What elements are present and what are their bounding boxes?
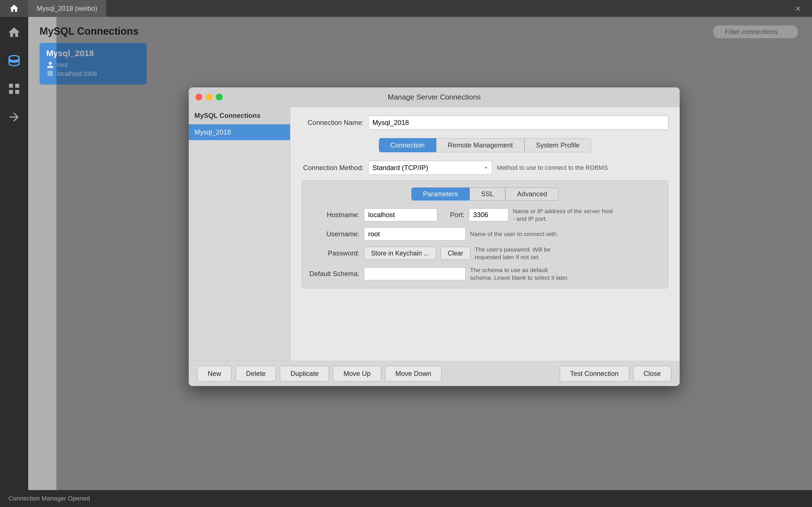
password-row: Password: Store in Keychain ... Clear Th… [309,245,661,261]
dialog-body: MySQL Connections Mysql_2018 Connection … [189,107,680,361]
sidebar-item-navigator[interactable] [4,79,24,99]
connection-name-label: Connection Name: [302,119,364,127]
connection-method-hint: Method to use to connect to the RDBMS [497,164,608,171]
connection-method-label: Connection Method: [302,164,364,172]
connection-detail-panel: Connection Name: Connection Remote Manag… [290,107,680,361]
hostname-label: Hostname: [309,211,360,219]
server-icon [46,70,54,78]
sidebar-item-migration[interactable] [4,107,24,127]
connection-method-row: Connection Method: Standard (TCP/IP) Met… [302,161,668,175]
port-input[interactable] [469,208,508,221]
hostname-row: Hostname: Port: Name or IP address of th… [309,207,661,223]
connection-name-row: Connection Name: [302,116,668,130]
delete-button[interactable]: Delete [235,366,276,382]
home-icon [7,26,21,39]
minimize-traffic-light[interactable] [206,94,212,100]
password-label: Password: [309,249,360,257]
sub-tab-advanced[interactable]: Advanced [505,187,559,201]
default-schema-input[interactable] [364,267,466,280]
sub-tab-row: Parameters SSL Advanced [309,187,661,201]
username-label: Username: [309,230,360,238]
clear-password-button[interactable]: Clear [441,247,470,260]
hostname-input[interactable] [364,208,437,221]
connection-list-header: MySQL Connections [189,107,290,124]
sidebar-item-home[interactable] [4,22,24,42]
connection-name-input[interactable] [368,116,668,130]
default-schema-hint: The schema to use as default schema. Lea… [470,266,572,282]
param-grid: Hostname: Port: Name or IP address of th… [309,207,661,282]
traffic-lights [196,94,223,100]
port-label: Port: [442,211,465,219]
status-text: Connection Manager Opened [8,495,90,502]
default-schema-label: Default Schema: [309,270,360,278]
tab-system-profile[interactable]: System Profile [525,138,591,152]
status-bar: Connection Manager Opened [0,490,812,507]
connection-list-panel: MySQL Connections Mysql_2018 [189,107,290,361]
manage-connections-dialog: Manage Server Connections MySQL Connecti… [189,88,680,386]
dialog-footer: New Delete Duplicate Move Up Move Down T… [189,361,680,386]
sidebar-item-connections[interactable] [4,51,24,70]
dialog-title: Manage Server Connections [388,93,481,102]
close-button[interactable]: × [795,3,801,14]
connection-list-item-mysql2018[interactable]: Mysql_2018 [189,124,290,140]
home-icon [9,3,19,13]
username-input[interactable] [364,228,466,240]
main-tab-row: Connection Remote Management System Prof… [302,138,668,152]
dialog-titlebar: Manage Server Connections [189,88,680,107]
store-keychain-button[interactable]: Store in Keychain ... [364,247,436,260]
test-connection-button[interactable]: Test Connection [560,366,629,382]
hostname-hint: Name or IP address of the server host - … [513,207,614,223]
username-hint: Name of the user to connect with. [470,230,558,238]
modal-overlay: Manage Server Connections MySQL Connecti… [56,17,812,490]
tab-remote-management[interactable]: Remote Management [436,138,525,152]
tab-mysql2018[interactable]: Mysql_2018 (weibo) [28,0,106,17]
move-down-button[interactable]: Move Down [385,366,442,382]
sub-tab-parameters[interactable]: Parameters [411,187,470,201]
sidebar [0,17,28,496]
grid-icon [7,82,21,96]
password-hint: The user's password. Will be requested l… [475,245,577,261]
main-content: MySQL Connections Mysql_2018 root localh… [28,17,812,490]
user-icon [46,61,54,69]
username-row: Username: Name of the user to connect wi… [309,228,661,240]
move-up-button[interactable]: Move Up [333,366,381,382]
arrow-right-icon [7,110,21,124]
sub-tab-ssl[interactable]: SSL [470,187,505,201]
home-button[interactable] [0,0,28,17]
new-button[interactable]: New [197,366,232,382]
connection-method-select[interactable]: Standard (TCP/IP) [368,161,492,175]
duplicate-button[interactable]: Duplicate [280,366,329,382]
parameters-area: Parameters SSL Advanced [302,180,668,289]
default-schema-row: Default Schema: The schema to use as def… [309,266,661,282]
close-traffic-light[interactable] [196,94,202,100]
top-bar: Mysql_2018 (weibo) × [0,0,812,17]
database-icon [7,54,21,67]
maximize-traffic-light[interactable] [216,94,223,100]
close-dialog-button[interactable]: Close [633,366,671,382]
tab-connection[interactable]: Connection [379,138,436,152]
